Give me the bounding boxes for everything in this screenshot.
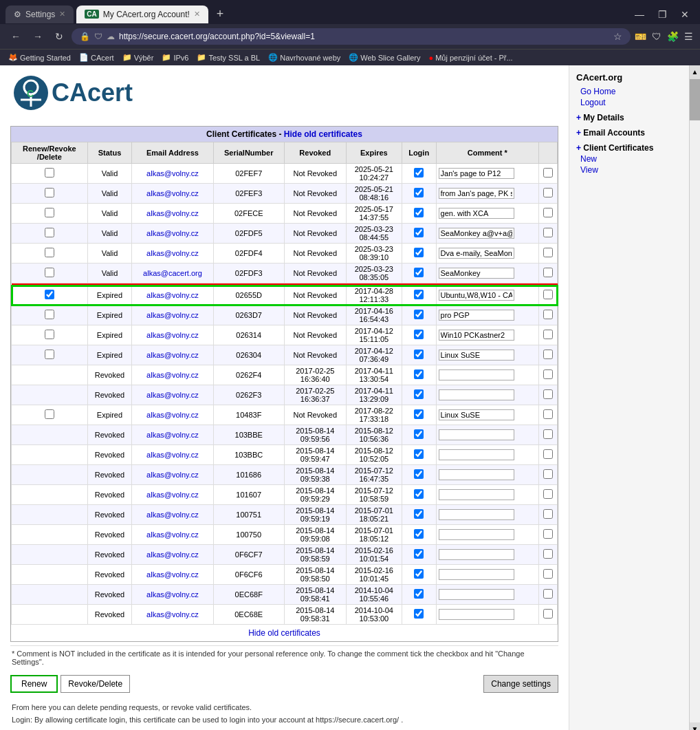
checkbox-delete[interactable]	[543, 268, 553, 277]
cell-checkbox2[interactable]	[539, 164, 558, 184]
checkbox-login[interactable]	[414, 569, 424, 579]
checkbox-delete[interactable]	[543, 330, 553, 339]
checkbox-renew[interactable]	[45, 208, 54, 217]
cell-checkbox2[interactable]	[539, 204, 558, 224]
cell-checkbox1[interactable]	[12, 485, 88, 505]
cell-checkbox2[interactable]	[539, 445, 558, 465]
comment-input[interactable]	[439, 208, 514, 219]
comment-input[interactable]	[439, 248, 514, 259]
cell-checkbox1[interactable]	[12, 264, 88, 283]
checkbox-login[interactable]	[414, 509, 424, 519]
checkbox-delete[interactable]	[543, 569, 553, 579]
forward-button[interactable]: →	[29, 28, 47, 45]
checkbox-delete[interactable]	[543, 449, 553, 459]
checkbox-renew[interactable]	[45, 350, 54, 359]
cell-checkbox1[interactable]	[12, 565, 88, 585]
comment-input[interactable]	[439, 509, 514, 520]
cell-login[interactable]	[402, 345, 436, 365]
cell-login[interactable]	[402, 425, 436, 445]
checkbox-renew[interactable]	[45, 409, 54, 419]
checkbox-delete[interactable]	[543, 208, 553, 217]
checkbox-renew[interactable]	[45, 248, 54, 257]
cell-login[interactable]	[402, 605, 436, 625]
new-tab-button[interactable]: +	[211, 4, 230, 24]
email-link[interactable]: alkas@volny.cz	[146, 169, 199, 178]
checkbox-renew[interactable]	[45, 310, 54, 319]
comment-input[interactable]	[439, 449, 514, 460]
menu-icon[interactable]: ☰	[684, 31, 693, 42]
comment-input[interactable]	[439, 330, 514, 341]
checkbox-delete[interactable]	[543, 389, 553, 399]
star-icon[interactable]: ☆	[613, 31, 622, 42]
checkbox-login[interactable]	[414, 208, 424, 217]
bookmark-getting-started[interactable]: 🦊 Getting Started	[6, 52, 74, 63]
cell-checkbox1[interactable]	[12, 184, 88, 204]
bookmark-webslice[interactable]: 🌐 Web Slice Gallery	[346, 52, 423, 63]
cell-checkbox1[interactable]	[12, 345, 88, 365]
cell-login[interactable]	[402, 286, 436, 305]
cell-login[interactable]	[402, 365, 436, 385]
checkbox-renew[interactable]	[45, 168, 54, 178]
sidebar-mydetails-title[interactable]: + My Details	[576, 113, 682, 122]
checkbox-delete[interactable]	[543, 188, 553, 197]
email-link[interactable]: alkas@volny.cz	[146, 229, 199, 237]
email-link[interactable]: alkas@volny.cz	[146, 391, 199, 399]
cell-checkbox2[interactable]	[539, 325, 558, 345]
tab-cacert[interactable]: CA My CAcert.org Account! ✕	[76, 6, 208, 23]
cell-checkbox1[interactable]	[12, 286, 88, 305]
email-link[interactable]: alkas@volny.cz	[146, 331, 199, 339]
cell-login[interactable]	[402, 465, 436, 485]
checkbox-delete[interactable]	[543, 248, 553, 257]
email-link[interactable]: alkas@volny.cz	[146, 249, 199, 257]
cell-checkbox2[interactable]	[539, 244, 558, 264]
comment-input[interactable]	[439, 569, 514, 580]
cell-checkbox1[interactable]	[12, 585, 88, 605]
cell-checkbox2[interactable]	[539, 345, 558, 365]
pocket-icon[interactable]: 🎫	[635, 31, 646, 42]
comment-input[interactable]	[439, 469, 514, 480]
comment-input[interactable]	[439, 310, 514, 321]
cell-checkbox2[interactable]	[539, 264, 558, 283]
bookmark-vyber[interactable]: 📁 Výběr	[120, 52, 157, 63]
cell-checkbox1[interactable]	[12, 204, 88, 224]
bookmark-navrhov[interactable]: 🌐 Navrhované weby	[265, 52, 343, 63]
cell-login[interactable]	[402, 305, 436, 325]
sidebar-certs-title[interactable]: + Client Certificates	[576, 143, 682, 153]
sidebar-email-title[interactable]: + Email Accounts	[576, 128, 682, 138]
email-link[interactable]: alkas@volny.cz	[146, 351, 199, 359]
sidebar-go-home[interactable]: Go Home	[580, 87, 678, 96]
cell-login[interactable]	[402, 505, 436, 525]
cell-checkbox2[interactable]	[539, 505, 558, 525]
cell-checkbox1[interactable]	[12, 465, 88, 485]
change-settings-button[interactable]: Change settings	[483, 675, 558, 693]
tab-settings[interactable]: ⚙ Settings ✕	[6, 6, 74, 23]
bookmark-ipv6[interactable]: 📁 IPv6	[159, 52, 191, 63]
email-link[interactable]: alkas@volny.cz	[146, 291, 199, 299]
comment-input[interactable]	[439, 409, 514, 420]
cell-login[interactable]	[402, 525, 436, 545]
cell-checkbox1[interactable]	[12, 365, 88, 385]
cell-checkbox2[interactable]	[539, 405, 558, 425]
checkbox-login[interactable]	[414, 589, 424, 599]
checkbox-login[interactable]	[414, 609, 424, 619]
cell-login[interactable]	[402, 545, 436, 565]
comment-input[interactable]	[439, 489, 514, 500]
comment-input[interactable]	[439, 429, 514, 440]
sidebar-view-cert[interactable]: View	[580, 165, 678, 175]
checkbox-delete[interactable]	[543, 290, 553, 299]
cell-login[interactable]	[402, 244, 436, 264]
cell-checkbox2[interactable]	[539, 485, 558, 505]
email-link[interactable]: alkas@volny.cz	[146, 511, 199, 519]
extensions-icon[interactable]: 🧩	[667, 31, 679, 42]
email-link[interactable]: alkas@cacert.org	[143, 269, 202, 277]
comment-input[interactable]	[439, 228, 514, 239]
email-link[interactable]: alkas@volny.cz	[146, 371, 199, 379]
sidebar-new-cert[interactable]: New	[580, 154, 678, 164]
checkbox-login[interactable]	[414, 389, 424, 399]
hide-old-anchor[interactable]: Hide old certificates	[248, 628, 320, 638]
window-minimize[interactable]: —	[629, 6, 650, 23]
email-link[interactable]: alkas@volny.cz	[146, 530, 199, 539]
cell-checkbox2[interactable]	[539, 465, 558, 485]
comment-input[interactable]	[439, 589, 514, 600]
checkbox-delete[interactable]	[543, 429, 553, 439]
